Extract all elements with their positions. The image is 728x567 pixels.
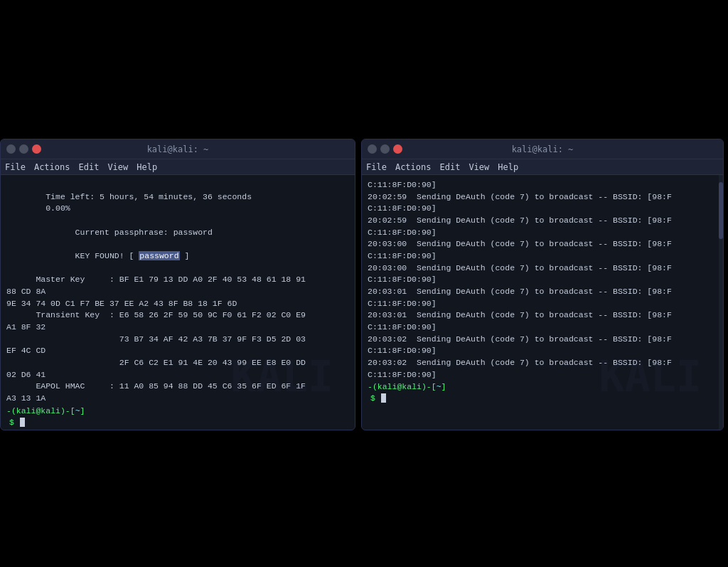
left-cursor [20, 418, 25, 427]
scrollbar-thumb-right[interactable] [719, 182, 723, 239]
maximize-button-right[interactable] [380, 144, 390, 154]
right-terminal-body[interactable]: C:11:8F:D0:90] 20:02:59 Sending DeAuth (… [362, 175, 723, 430]
menu-file-right[interactable]: File [366, 162, 387, 172]
left-terminal-content: Time left: 5 hours, 54 minutes, 36 secon… [6, 179, 349, 405]
left-prompt: -(kali@kali)-[~] [6, 406, 349, 415]
right-window-title: kali@kali: ~ [512, 144, 574, 154]
menu-help-left[interactable]: Help [136, 162, 157, 172]
left-title-bar: kali@kali: ~ [1, 139, 355, 159]
left-prompt-dollar: $ [6, 417, 349, 428]
right-menu-bar: File Actions Edit View Help [362, 159, 723, 175]
right-scrollbar[interactable] [719, 175, 723, 430]
windows-container: kali@kali: ~ File Actions Edit View Help… [0, 139, 728, 430]
close-button-left[interactable] [32, 144, 41, 154]
menu-actions-right[interactable]: Actions [395, 162, 432, 172]
right-terminal-content: C:11:8F:D0:90] 20:02:59 Sending DeAuth (… [368, 179, 717, 381]
left-terminal-window: kali@kali: ~ File Actions Edit View Help… [0, 139, 355, 430]
right-title-bar: kali@kali: ~ [362, 139, 723, 159]
right-prompt-dollar: $ [368, 393, 717, 403]
menu-edit-right[interactable]: Edit [439, 162, 460, 172]
menu-actions-left[interactable]: Actions [34, 162, 70, 172]
desktop: kali@kali: ~ File Actions Edit View Help… [0, 0, 728, 567]
menu-view-left[interactable]: View [107, 162, 128, 172]
close-button-right[interactable] [393, 144, 402, 154]
menu-edit-left[interactable]: Edit [78, 162, 99, 172]
minimize-button-left[interactable] [6, 144, 16, 154]
left-window-title: kali@kali: ~ [147, 144, 209, 154]
maximize-button-left[interactable] [19, 144, 28, 154]
right-prompt: -(kali@kali)-[~] [368, 382, 717, 391]
left-menu-bar: File Actions Edit View Help [1, 159, 355, 175]
menu-view-right[interactable]: View [469, 162, 489, 172]
right-cursor [381, 393, 386, 403]
menu-file-left[interactable]: File [5, 162, 26, 172]
left-terminal-body[interactable]: Time left: 5 hours, 54 minutes, 36 secon… [1, 175, 355, 430]
minimize-button-right[interactable] [368, 144, 377, 154]
right-terminal-window: kali@kali: ~ File Actions Edit View Help… [361, 139, 724, 430]
menu-help-right[interactable]: Help [498, 162, 518, 172]
right-window-controls [368, 144, 402, 154]
left-window-controls [6, 144, 41, 154]
